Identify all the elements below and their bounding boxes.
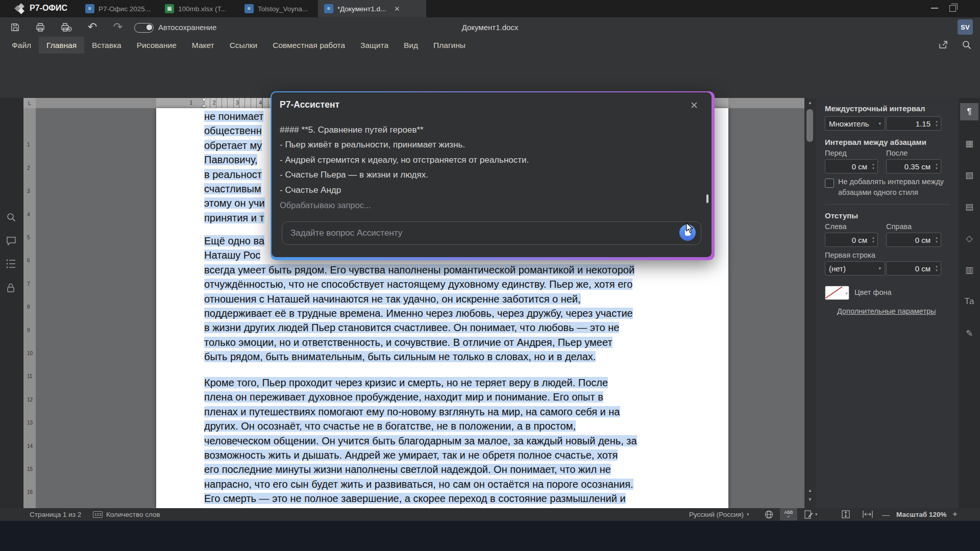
search-icon[interactable] xyxy=(6,212,16,224)
assistant-scrollbar-thumb[interactable] xyxy=(706,194,708,203)
indent-right-spinner[interactable]: 0 см▴▾ xyxy=(886,233,941,247)
signature-settings-icon[interactable]: ✎ xyxy=(960,324,978,342)
vruler-number: 5 xyxy=(27,235,30,240)
advanced-settings-link[interactable]: Дополнительные параметры xyxy=(837,307,936,315)
document-language-icon[interactable] xyxy=(765,508,773,520)
indent-marker[interactable] xyxy=(202,98,207,108)
spacing-before-spinner[interactable]: 0 см▴▾ xyxy=(825,159,878,173)
first-line-select[interactable]: (нет)▾ xyxy=(825,261,885,276)
minimize-button[interactable] xyxy=(931,8,938,9)
scrollbar-thumb[interactable] xyxy=(806,109,813,142)
indent-left-label: Слева xyxy=(825,222,847,231)
fit-width-icon[interactable] xyxy=(863,508,873,520)
document-text-line: обретает му xyxy=(204,138,265,153)
document-text-line: только эмоции, но и ответственность, и с… xyxy=(204,335,634,349)
close-icon[interactable]: ✕ xyxy=(690,99,698,111)
language-selector[interactable]: Русский (Россия)▾ xyxy=(689,508,749,520)
next-page-icon[interactable]: ▼ xyxy=(804,497,816,502)
vruler-number: 1 xyxy=(27,142,30,147)
left-panel xyxy=(0,98,23,508)
zoom-out-button[interactable]: — xyxy=(882,508,890,520)
paragraph-settings-panel: Междустрочный интервал Множитель▾ 1.15▴▾… xyxy=(816,98,959,508)
zoom-level[interactable]: Масштаб 120% xyxy=(896,508,946,520)
tab-close-icon[interactable]: ✕ xyxy=(394,5,400,13)
zoom-in-button[interactable]: + xyxy=(952,508,958,520)
restore-button[interactable] xyxy=(949,5,956,12)
track-changes-icon[interactable]: ▾ xyxy=(804,508,818,520)
document-tab-icon: ≡ xyxy=(85,4,94,13)
navigation-headings-icon[interactable] xyxy=(6,259,16,270)
document-text-line: Его смерть — это не полное завершение, а… xyxy=(204,491,637,506)
document-text-line: отчуждённостью, что не способствует наст… xyxy=(204,277,634,291)
background-color-swatch[interactable]: ▾ xyxy=(825,286,849,300)
quick-print-icon[interactable] xyxy=(60,20,73,34)
search-menu-icon[interactable] xyxy=(962,40,972,52)
menu-tab-2[interactable]: Главная xyxy=(39,37,84,54)
document-text-line: в реальност xyxy=(204,167,265,182)
table-settings-icon[interactable]: ▦ xyxy=(960,135,978,152)
document-text-line: плена он переживает духовное пробуждение… xyxy=(204,390,637,404)
assistant-question-input[interactable] xyxy=(282,221,701,245)
line-spacing-type-select[interactable]: Множитель▾ xyxy=(825,116,885,131)
indent-left-spinner[interactable]: 0 см▴▾ xyxy=(825,233,878,247)
redo-icon[interactable]: ↷ xyxy=(111,20,125,34)
open-file-location-icon[interactable] xyxy=(938,40,948,52)
window-tab[interactable]: ≡Р7-Офис 2025... xyxy=(79,0,169,17)
paragraph-spacing-header: Интервал между абзацами xyxy=(825,138,926,146)
tab-label: Р7-Офис 2025... xyxy=(99,5,151,13)
previous-page-icon[interactable]: ▲ xyxy=(804,488,816,493)
background-color-label: Цвет фона xyxy=(854,288,892,296)
save-icon[interactable] xyxy=(8,20,21,34)
hruler-number: 2 xyxy=(213,100,216,106)
line-spacing-value-spinner[interactable]: 1.15▴▾ xyxy=(886,116,941,131)
menu-tab-8[interactable]: Защита xyxy=(353,37,396,54)
paragraph-settings-icon[interactable]: ¶ xyxy=(960,103,978,120)
window-tab[interactable]: ▦100mb.xlsx (T... xyxy=(159,0,249,17)
print-icon[interactable] xyxy=(34,20,47,34)
window-tab[interactable]: ≡*Документ1.d...✕ xyxy=(318,0,426,17)
undo-icon[interactable]: ↶ xyxy=(86,20,99,34)
spreadsheet-tab-icon: ▦ xyxy=(165,4,174,13)
divider xyxy=(825,204,949,205)
vruler-number: 8 xyxy=(27,304,30,310)
protection-lock-icon[interactable] xyxy=(6,283,15,295)
vertical-scrollbar[interactable]: ▲ ▲ ▼ xyxy=(804,98,816,508)
text-art-settings-icon[interactable]: Та xyxy=(960,293,978,310)
image-settings-icon[interactable]: ▧ xyxy=(960,166,978,184)
document-text-line: пленах и путешествиях помогают ему по-но… xyxy=(204,405,637,419)
chart-settings-icon[interactable]: ▥ xyxy=(960,261,978,279)
assistant-response-line: - Пьер живёт в реальности, принимает жиз… xyxy=(280,140,465,150)
window-tab[interactable]: ≡Tolstoy_Voyna... xyxy=(238,0,328,17)
scroll-up-icon[interactable]: ▲ xyxy=(804,100,816,105)
menu-tab-1[interactable]: Файл xyxy=(4,37,39,54)
header-footer-settings-icon[interactable]: ▤ xyxy=(960,198,978,215)
menu-tab-10[interactable]: Плагины xyxy=(426,37,473,54)
no-interval-checkbox[interactable] xyxy=(825,179,834,188)
vruler-number: 10 xyxy=(27,350,33,356)
word-count-icon[interactable]: 123 xyxy=(93,508,103,520)
word-count-label[interactable]: Количество слов xyxy=(106,508,160,520)
fit-page-icon[interactable] xyxy=(841,508,850,520)
menu-tab-7[interactable]: Совместная работа xyxy=(265,37,353,54)
tab-stop-selector[interactable]: L xyxy=(23,98,36,108)
spacing-after-spinner[interactable]: 0.35 см▴▾ xyxy=(886,159,941,173)
autosave-toggle[interactable] xyxy=(134,23,154,33)
page-indicator[interactable]: Страница 1 из 2 xyxy=(30,508,81,520)
document-title: Документ1.docx xyxy=(449,23,531,32)
avatar[interactable]: SV xyxy=(958,19,973,35)
menu-tab-6[interactable]: Ссылки xyxy=(222,37,265,54)
vertical-ruler[interactable]: 1234567891011121314151617 xyxy=(23,108,36,508)
assistant-status-text: Обрабатываю запрос... xyxy=(280,201,371,210)
menu-tab-3[interactable]: Вставка xyxy=(84,37,129,54)
document-text-line: этому он учи xyxy=(204,196,265,210)
spellcheck-toggle[interactable]: АБВ ✓ xyxy=(780,508,797,520)
menu-tab-9[interactable]: Вид xyxy=(396,37,426,54)
vruler-number: 2 xyxy=(27,165,30,171)
shape-settings-icon[interactable]: ◇ xyxy=(960,230,978,247)
comments-icon[interactable] xyxy=(6,236,16,248)
vruler-number: 7 xyxy=(27,281,30,287)
first-line-spinner[interactable]: 0 см▴▾ xyxy=(886,261,941,276)
menu-tab-4[interactable]: Рисование xyxy=(129,37,184,54)
hruler-number: 3 xyxy=(236,100,239,106)
menu-tab-5[interactable]: Макет xyxy=(184,37,222,54)
